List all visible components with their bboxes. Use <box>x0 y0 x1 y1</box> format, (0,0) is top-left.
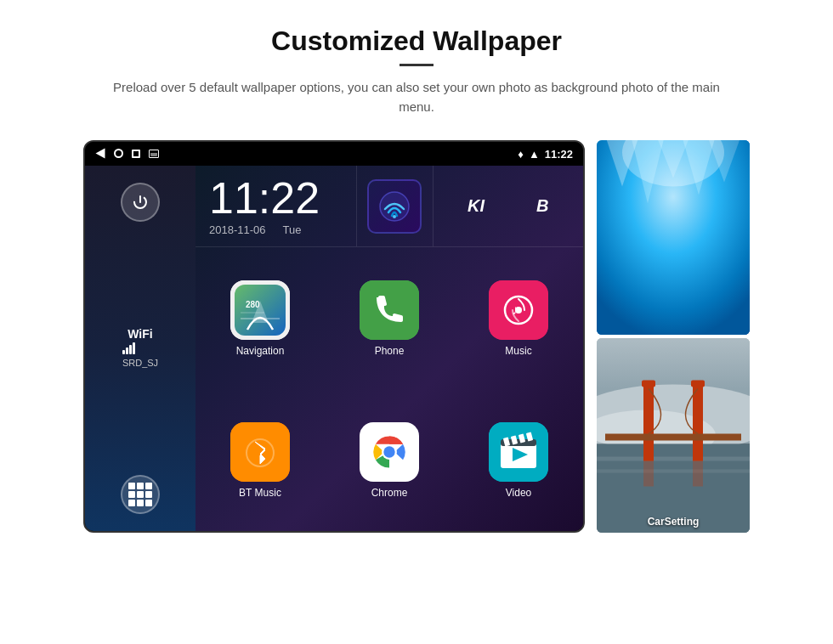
app-icon-navigation: 280 <box>230 280 290 340</box>
clock-widget: 11:22 2018-11-06 Tue <box>196 166 357 246</box>
svg-point-18 <box>383 446 394 457</box>
bridge-svg <box>597 338 750 533</box>
svg-rect-42 <box>642 381 655 387</box>
svg-rect-14 <box>230 422 290 482</box>
clock-time: 11:22 <box>209 176 343 220</box>
content-area: ♦ ▲ 11:22 WiFi <box>51 140 782 533</box>
shortcut-icon-box[interactable] <box>367 179 422 234</box>
clock-date: 2018-11-06 Tue <box>209 223 343 236</box>
phone-app-svg <box>360 280 419 340</box>
grid-icon <box>128 483 152 506</box>
app-grid: 280 Navigation <box>196 247 583 531</box>
signal-icon <box>378 190 411 223</box>
location-status-icon: ♦ <box>518 148 524 161</box>
music-app-svg: ♪ <box>489 280 548 340</box>
app-icon-phone <box>360 280 419 340</box>
svg-rect-37 <box>597 457 750 461</box>
app-icon-video <box>489 422 548 482</box>
media-shortcut-b[interactable]: B <box>536 196 548 216</box>
apps-grid-button[interactable] <box>121 475 160 514</box>
app-label-chrome: Chrome <box>371 487 408 499</box>
status-bar-left <box>95 148 159 161</box>
app-cell-btmusic[interactable]: BT Music <box>196 389 325 531</box>
top-widgets: 11:22 2018-11-06 Tue <box>196 166 583 247</box>
app-icon-music: ♪ <box>489 280 548 340</box>
title-section: Customized Wallpaper Preload over 5 defa… <box>110 25 722 116</box>
wallpaper-panel: CarSetting <box>597 140 750 533</box>
btmusic-app-svg <box>230 422 290 482</box>
app-label-navigation: Navigation <box>236 345 285 357</box>
clock-day-value: Tue <box>283 223 302 236</box>
wallpaper-thumb-ice[interactable] <box>597 140 750 335</box>
clock-date-value: 2018-11-06 <box>209 223 266 236</box>
app-label-btmusic: BT Music <box>239 487 281 499</box>
gallery-icon[interactable] <box>149 148 159 161</box>
video-app-svg <box>489 422 548 482</box>
title-divider <box>400 64 434 66</box>
app-label-music: Music <box>505 345 531 357</box>
ice-svg <box>597 140 750 335</box>
power-button[interactable] <box>121 183 160 222</box>
device-mockup: ♦ ▲ 11:22 WiFi <box>83 140 585 533</box>
left-sidebar: WiFi SRD_SJ <box>85 166 196 531</box>
wifi-ssid: SRD_SJ <box>122 358 158 368</box>
page-wrapper: Customized Wallpaper Preload over 5 defa… <box>0 0 833 644</box>
app-cell-music[interactable]: ♪ Music <box>454 247 583 389</box>
wifi-signal <box>122 341 158 354</box>
app-cell-video[interactable]: Video <box>454 389 583 531</box>
back-nav-icon[interactable] <box>95 148 105 161</box>
app-icon-btmusic <box>230 422 290 482</box>
wifi-status-icon: ▲ <box>529 148 540 161</box>
svg-rect-41 <box>605 434 741 441</box>
media-shortcuts: KI B <box>434 166 584 246</box>
status-bar: ♦ ▲ 11:22 <box>85 142 583 166</box>
wifi-label: WiFi <box>122 327 158 341</box>
wallpaper-thumb-bridge[interactable]: CarSetting <box>597 338 750 533</box>
screen-body: WiFi SRD_SJ <box>85 166 583 531</box>
app-label-video: Video <box>506 487 531 499</box>
status-time: 11:22 <box>545 148 573 161</box>
media-shortcut-k[interactable]: KI <box>468 196 484 216</box>
recents-icon[interactable] <box>132 148 140 161</box>
svg-text:♪: ♪ <box>512 302 518 317</box>
app-icon-chrome <box>360 422 419 482</box>
shortcut-widget <box>357 166 434 246</box>
svg-rect-9 <box>360 280 419 340</box>
chrome-app-svg <box>367 430 411 474</box>
svg-text:280: 280 <box>246 300 260 309</box>
main-content: 11:22 2018-11-06 Tue <box>196 166 583 531</box>
navigation-app-svg: 280 <box>230 280 290 340</box>
app-cell-phone[interactable]: Phone <box>325 247 454 389</box>
status-bar-right: ♦ ▲ 11:22 <box>518 148 573 161</box>
svg-rect-38 <box>597 470 750 473</box>
app-cell-chrome[interactable]: Chrome <box>325 389 454 531</box>
app-cell-navigation[interactable]: 280 Navigation <box>196 247 325 389</box>
svg-point-3 <box>393 215 396 218</box>
home-icon[interactable] <box>114 148 123 161</box>
svg-rect-45 <box>693 444 703 487</box>
page-title: Customized Wallpaper <box>110 25 722 57</box>
wallpaper-label-bridge: CarSetting <box>597 516 750 528</box>
wifi-info: WiFi SRD_SJ <box>122 327 158 370</box>
app-label-phone: Phone <box>375 345 405 357</box>
page-subtitle: Preload over 5 default wallpaper options… <box>110 78 722 116</box>
svg-rect-44 <box>643 444 654 487</box>
svg-rect-43 <box>691 381 705 387</box>
